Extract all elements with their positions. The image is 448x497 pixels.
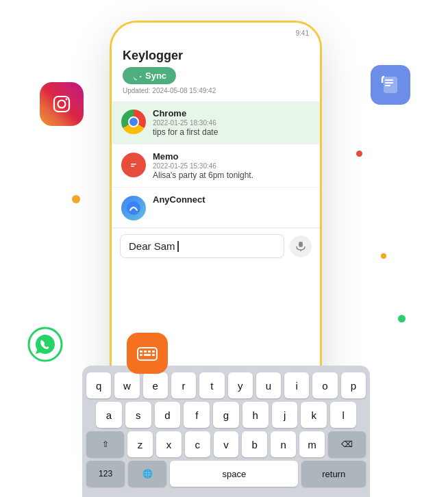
key-v[interactable]: v (214, 431, 239, 457)
text-cursor (177, 241, 179, 252)
scene: 9:41 Keylogger Sync Updated: 2024-05-08 … (0, 0, 448, 497)
sync-button[interactable]: Sync (123, 67, 176, 84)
app-header: Keylogger Sync Updated: 2024-05-08 15:49… (112, 43, 320, 101)
entry-anyconnect-appname: AnyConnect (153, 194, 310, 205)
text-field-value: Dear Sam (129, 240, 175, 252)
svg-point-18 (128, 160, 139, 170)
entry-memo-appname: Memo (153, 151, 310, 162)
svg-rect-6 (385, 82, 393, 84)
svg-rect-19 (131, 164, 136, 165)
entry-anyconnect-content: AnyConnect (153, 194, 310, 205)
svg-rect-11 (148, 351, 151, 353)
key-q[interactable]: q (86, 372, 111, 398)
notebook-icon (371, 65, 410, 105)
updated-timestamp: Updated: 2024-05-08 15:49:42 (123, 87, 309, 94)
svg-rect-20 (131, 166, 134, 167)
key-u[interactable]: u (256, 372, 281, 398)
svg-point-2 (66, 99, 68, 101)
dot-3 (356, 151, 362, 157)
entry-memo[interactable]: Memo 2022-01-25 15:30:46 Alisa's party a… (112, 144, 320, 188)
key-n[interactable]: n (271, 431, 296, 457)
dot-1 (72, 195, 80, 203)
entry-chrome-content: Chrome 2022-01-25 18:30:46 tips for a fi… (153, 108, 310, 137)
key-return[interactable]: return (301, 461, 366, 487)
key-w[interactable]: w (114, 372, 139, 398)
keyboard-row-2: a s d f g h j k l (86, 402, 366, 428)
key-t[interactable]: t (199, 372, 224, 398)
svg-rect-14 (144, 354, 151, 356)
text-field[interactable]: Dear Sam (120, 234, 284, 258)
key-123[interactable]: 123 (86, 461, 125, 487)
key-delete[interactable]: ⌫ (328, 431, 366, 457)
text-input-area: Dear Sam (112, 228, 320, 264)
key-s[interactable]: s (125, 402, 151, 428)
key-space[interactable]: space (170, 461, 298, 487)
key-f[interactable]: f (184, 402, 210, 428)
keyboard-row-3: ⇧ z x c v b n m ⌫ (86, 431, 366, 457)
key-h[interactable]: h (242, 402, 269, 428)
svg-rect-10 (144, 351, 147, 353)
key-y[interactable]: y (228, 372, 253, 398)
key-e[interactable]: e (143, 372, 168, 398)
entry-chrome-text: tips for a first date (153, 127, 310, 137)
status-bar: 9:41 (112, 23, 320, 43)
keyboard-row-1: q w e r t y u i o p (86, 372, 366, 398)
svg-rect-15 (152, 354, 155, 356)
svg-rect-5 (385, 79, 393, 81)
chrome-icon (121, 110, 146, 134)
key-g[interactable]: g (213, 402, 239, 428)
key-m[interactable]: m (299, 431, 325, 457)
svg-rect-12 (152, 351, 155, 353)
entry-memo-text: Alisa's party at 6pm tonight. (153, 170, 310, 180)
key-b[interactable]: b (242, 431, 267, 457)
key-shift[interactable]: ⇧ (86, 431, 124, 457)
anyconnect-icon (121, 196, 146, 220)
floating-keyboard-icon (127, 333, 168, 374)
key-j[interactable]: j (272, 402, 298, 428)
key-p[interactable]: p (341, 372, 366, 398)
mic-button[interactable] (290, 235, 312, 257)
app-title: Keylogger (123, 49, 309, 63)
key-a[interactable]: a (96, 402, 122, 428)
svg-rect-9 (140, 351, 142, 353)
key-k[interactable]: k (301, 402, 327, 428)
key-globe[interactable]: 🌐 (128, 461, 166, 487)
entry-memo-content: Memo 2022-01-25 15:30:46 Alisa's party a… (153, 151, 310, 180)
dot-4 (381, 253, 386, 259)
entry-chrome-appname: Chrome (153, 108, 310, 118)
key-i[interactable]: i (284, 372, 309, 398)
memo-icon (121, 153, 146, 177)
entry-chrome-timestamp: 2022-01-25 18:30:46 (153, 119, 310, 127)
key-x[interactable]: x (156, 431, 182, 457)
entry-anyconnect[interactable]: AnyConnect (112, 188, 320, 228)
key-d[interactable]: d (155, 402, 181, 428)
key-c[interactable]: c (185, 431, 210, 457)
dot-5 (398, 315, 406, 322)
svg-rect-7 (385, 85, 390, 86)
key-l[interactable]: l (330, 402, 356, 428)
entry-chrome[interactable]: Chrome 2022-01-25 18:30:46 tips for a fi… (112, 101, 320, 144)
keyboard-row-4: 123 🌐 space return (86, 461, 366, 487)
instagram-icon (40, 82, 84, 126)
svg-point-1 (58, 101, 66, 108)
whatsapp-icon (26, 325, 64, 364)
key-o[interactable]: o (312, 372, 337, 398)
keyboard-area: q w e r t y u i o p a s d f g h j k l ⇧ … (82, 366, 370, 497)
entry-memo-timestamp: 2022-01-25 15:30:46 (153, 162, 310, 170)
svg-rect-13 (140, 354, 142, 356)
key-r[interactable]: r (171, 372, 196, 398)
svg-rect-22 (299, 242, 303, 247)
key-z[interactable]: z (127, 431, 153, 457)
